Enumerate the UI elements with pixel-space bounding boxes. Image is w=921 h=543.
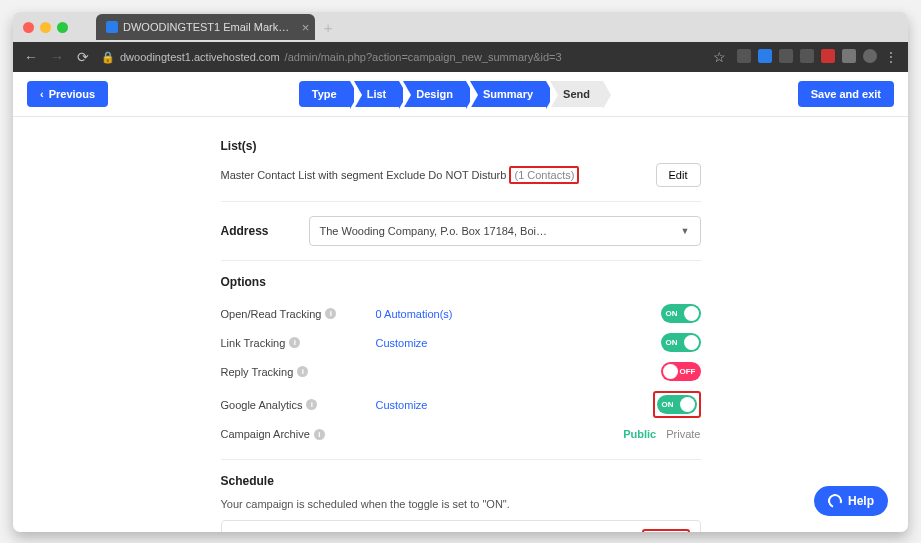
ext-icon[interactable]	[758, 49, 772, 63]
ext-icon[interactable]	[779, 49, 793, 63]
step-send[interactable]: Send	[550, 81, 603, 107]
step-list[interactable]: List	[354, 81, 400, 107]
address-value: The Wooding Company, P.o. Box 17184, Boi…	[320, 225, 547, 237]
url-path: /admin/main.php?action=campaign_new_summ…	[285, 51, 562, 63]
help-button[interactable]: Help	[814, 486, 888, 516]
info-icon[interactable]: i	[325, 308, 336, 319]
customize-link[interactable]: Customize	[376, 337, 661, 349]
address-select[interactable]: The Wooding Company, P.o. Box 17184, Boi…	[309, 216, 701, 246]
traffic-lights	[23, 22, 68, 33]
campaign-topbar: ‹ Previous Type List Design Summary Send…	[13, 72, 908, 117]
toggle-reply-tracking[interactable]: OFF	[661, 362, 701, 381]
tab-close-icon[interactable]: ×	[302, 20, 310, 35]
info-icon[interactable]: i	[297, 366, 308, 377]
toggle-knob	[680, 397, 695, 412]
step-type[interactable]: Type	[299, 81, 350, 107]
browser-toolbar: ← → ⟳ 🔒 dwoodingtest1.activehosted.com/a…	[13, 42, 908, 72]
chevron-left-icon: ‹	[40, 88, 44, 100]
segment-description: Master Contact List with segment Exclude…	[221, 169, 580, 181]
options-section: Options Open/Read Trackingi 0 Automation…	[221, 261, 701, 460]
browser-tab[interactable]: DWOODINGTEST1 Email Mark… ×	[96, 14, 315, 40]
lock-icon: 🔒	[101, 51, 115, 64]
step-summary[interactable]: Summary	[470, 81, 546, 107]
info-icon[interactable]: i	[314, 429, 325, 440]
ext-icon[interactable]	[800, 49, 814, 63]
ext-icon[interactable]	[842, 49, 856, 63]
edit-lists-button[interactable]: Edit	[656, 163, 701, 187]
mac-titlebar: DWOODINGTEST1 Email Mark… × +	[13, 12, 908, 42]
archive-private[interactable]: Private	[666, 428, 700, 440]
schedule-row: · at 17▾ : 13▾ America/Denver (-07:00 GM…	[221, 520, 701, 532]
page: ‹ Previous Type List Design Summary Send…	[13, 72, 908, 532]
minimize-window-icon[interactable]	[40, 22, 51, 33]
nav-back-icon[interactable]: ←	[23, 49, 39, 65]
archive-public[interactable]: Public	[623, 428, 656, 440]
wizard-steps: Type List Design Summary Send	[299, 81, 607, 107]
ext-icon[interactable]	[737, 49, 751, 63]
toggle-open-read[interactable]: ON	[661, 304, 701, 323]
option-google-analytics: Google Analyticsi Customize ON	[221, 386, 701, 423]
customize-link[interactable]: Customize	[376, 399, 653, 411]
tab-title: DWOODINGTEST1 Email Mark…	[123, 21, 289, 33]
option-campaign-archive: Campaign Archivei Public Private	[221, 423, 701, 445]
extensions: ⋮	[737, 49, 898, 65]
new-tab-icon[interactable]: +	[315, 14, 341, 40]
schedule-section: Schedule Your campaign is scheduled when…	[221, 460, 701, 532]
address-section: Address The Wooding Company, P.o. Box 17…	[221, 202, 701, 261]
profile-icon[interactable]	[863, 49, 877, 63]
info-icon[interactable]: i	[306, 399, 317, 410]
previous-button[interactable]: ‹ Previous	[27, 81, 108, 107]
highlight-box: ON	[642, 529, 690, 532]
address-heading: Address	[221, 224, 269, 238]
highlight-box: ON	[653, 391, 701, 418]
url-host: dwoodingtest1.activehosted.com	[120, 51, 280, 63]
option-reply-tracking: Reply Trackingi OFF	[221, 357, 701, 386]
lists-section: List(s) Master Contact List with segment…	[221, 125, 701, 202]
summary-content: List(s) Master Contact List with segment…	[221, 117, 701, 532]
toggle-knob	[684, 306, 699, 321]
chat-icon	[826, 492, 845, 511]
option-link-tracking: Link Trackingi Customize ON	[221, 328, 701, 357]
option-open-read: Open/Read Trackingi 0 Automation(s) ON	[221, 299, 701, 328]
toggle-link-tracking[interactable]: ON	[661, 333, 701, 352]
contacts-count: (1 Contacts)	[509, 166, 579, 184]
address-field[interactable]: 🔒 dwoodingtest1.activehosted.com/admin/m…	[101, 51, 701, 64]
nav-forward-icon[interactable]: →	[49, 49, 65, 65]
browser-window: DWOODINGTEST1 Email Mark… × + ← → ⟳ 🔒 dw…	[13, 12, 908, 532]
caret-down-icon: ▼	[681, 226, 690, 236]
toggle-google-analytics[interactable]: ON	[657, 395, 697, 414]
ext-icon[interactable]	[821, 49, 835, 63]
lists-heading: List(s)	[221, 139, 701, 153]
nav-reload-icon[interactable]: ⟳	[75, 49, 91, 65]
schedule-heading: Schedule	[221, 474, 701, 488]
info-icon[interactable]: i	[289, 337, 300, 348]
step-design[interactable]: Design	[403, 81, 466, 107]
close-window-icon[interactable]	[23, 22, 34, 33]
toggle-knob	[663, 364, 678, 379]
star-icon[interactable]: ☆	[711, 49, 727, 65]
menu-icon[interactable]: ⋮	[884, 49, 898, 65]
automations-link[interactable]: 0 Automation(s)	[376, 308, 661, 320]
maximize-window-icon[interactable]	[57, 22, 68, 33]
previous-label: Previous	[49, 88, 95, 100]
save-exit-button[interactable]: Save and exit	[798, 81, 894, 107]
schedule-note: Your campaign is scheduled when the togg…	[221, 498, 701, 510]
toggle-knob	[684, 335, 699, 350]
options-heading: Options	[221, 275, 701, 289]
